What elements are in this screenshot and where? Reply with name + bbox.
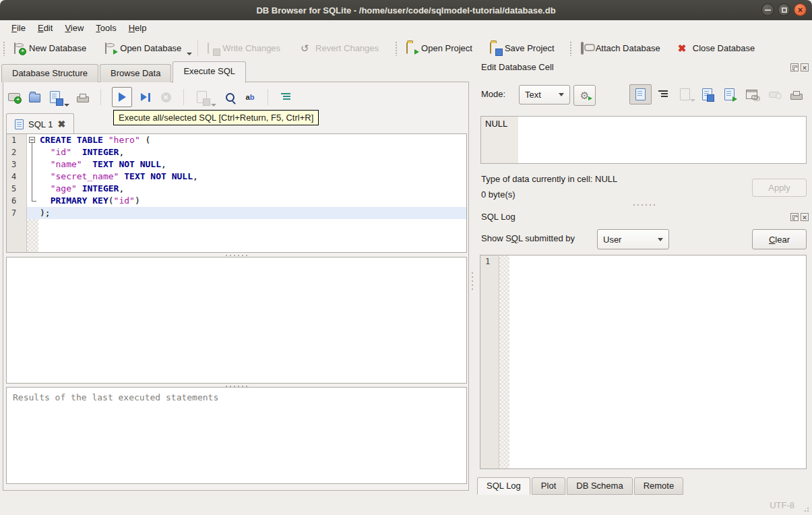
close-dock-icon[interactable]: ✕ bbox=[801, 63, 809, 71]
code-line-4: 4 "secret_name" TEXT NOT NULL, bbox=[7, 171, 466, 183]
autocomplete-button[interactable]: ab bbox=[243, 90, 257, 104]
clear-log-button[interactable]: Clear bbox=[752, 229, 807, 249]
save-project-button[interactable]: Save Project bbox=[485, 39, 560, 58]
attach-database-button[interactable]: Attach Database bbox=[575, 39, 666, 58]
revert-changes-button[interactable]: ↺ Revert Changes bbox=[295, 39, 384, 58]
sql-log-title: SQL Log bbox=[481, 212, 516, 222]
write-changes-icon bbox=[208, 43, 218, 54]
menu-help[interactable]: Help bbox=[123, 22, 153, 34]
open-database-dropdown-caret[interactable] bbox=[187, 53, 192, 55]
close-sql-tab-icon[interactable]: ✖ bbox=[57, 119, 65, 129]
sql-toolbar: + ✕ ab bbox=[7, 85, 464, 109]
sql-code-editor[interactable]: 1CREATE TABLE "hero" (2 "id" INTEGER,3 "… bbox=[6, 133, 467, 253]
tab-browse-data[interactable]: Browse Data bbox=[100, 64, 171, 82]
save-sql-file-button[interactable] bbox=[48, 90, 61, 104]
float-dock-icon[interactable] bbox=[790, 213, 799, 221]
menu-tools[interactable]: Tools bbox=[90, 22, 122, 34]
execute-all-button[interactable] bbox=[112, 87, 132, 107]
code-line-1: 1CREATE TABLE "hero" ( bbox=[7, 134, 466, 146]
cell-type-info: Type of data currently in cell: NULL bbox=[481, 174, 617, 184]
fold-margin[interactable] bbox=[27, 134, 38, 146]
results-grid-pane[interactable] bbox=[6, 257, 467, 384]
tab-execute-sql[interactable]: Execute SQL bbox=[173, 61, 246, 83]
save-results-button[interactable] bbox=[195, 90, 208, 104]
toolbar-drag-handle[interactable] bbox=[569, 41, 573, 56]
text-mode-button[interactable] bbox=[629, 84, 652, 104]
minimize-button[interactable] bbox=[761, 3, 774, 16]
menu-edit[interactable]: Edit bbox=[32, 22, 59, 34]
open-project-icon bbox=[406, 43, 417, 54]
stop-button[interactable]: ✕ bbox=[159, 90, 173, 104]
open-external-button[interactable] bbox=[741, 84, 763, 104]
maximize-icon bbox=[782, 7, 787, 13]
maximize-button[interactable] bbox=[778, 3, 790, 16]
execute-current-line-button[interactable] bbox=[139, 90, 152, 104]
execute-sql-panel: + ✕ ab SQL 1 ✖ Execute all/selected SQL … bbox=[3, 82, 469, 491]
sql-log-editor[interactable]: 1 bbox=[480, 255, 807, 469]
titlebar[interactable]: DB Browser for SQLite - /home/user/code/… bbox=[0, 0, 812, 20]
tab-remote[interactable]: Remote bbox=[634, 477, 684, 495]
new-sql-tab-button[interactable]: + bbox=[7, 90, 21, 104]
cell-value: NULL bbox=[485, 119, 507, 129]
open-sql-file-button[interactable] bbox=[28, 90, 41, 104]
panel-splitter[interactable] bbox=[471, 271, 474, 291]
tab-database-structure[interactable]: Database Structure bbox=[1, 64, 98, 82]
format-code-button[interactable] bbox=[279, 90, 292, 104]
tab-db-schema[interactable]: DB Schema bbox=[567, 477, 632, 495]
new-database-button[interactable]: + New Database bbox=[9, 39, 92, 58]
close-icon: × bbox=[798, 6, 803, 14]
fold-margin bbox=[27, 183, 38, 195]
results-message-pane[interactable]: Results of the last executed statements bbox=[6, 387, 467, 484]
execute-tooltip: Execute all/selected SQL [Ctrl+Return, F… bbox=[113, 110, 319, 125]
code-line-7: 7); bbox=[7, 207, 466, 219]
fold-margin bbox=[27, 158, 38, 171]
fold-margin bbox=[27, 146, 38, 158]
tab-sql-log[interactable]: SQL Log bbox=[477, 477, 530, 495]
print-cell-button[interactable] bbox=[785, 84, 807, 104]
print-button[interactable] bbox=[76, 90, 90, 104]
float-dock-icon[interactable] bbox=[790, 63, 799, 71]
main-toolbar: + New Database Open Database Write Chang… bbox=[0, 36, 812, 61]
menu-view[interactable]: View bbox=[59, 22, 90, 34]
sql-document-icon bbox=[15, 119, 24, 129]
window-title: DB Browser for SQLite - /home/user/code/… bbox=[256, 5, 555, 16]
close-database-button[interactable]: ✖ Close Database bbox=[673, 39, 761, 58]
mode-select[interactable]: Text bbox=[519, 85, 570, 104]
chevron-down-icon bbox=[559, 93, 564, 96]
set-null-button[interactable] bbox=[763, 84, 785, 104]
write-changes-button[interactable]: Write Changes bbox=[202, 39, 286, 58]
import-data-button[interactable] bbox=[674, 84, 696, 104]
right-dock-area: Edit Database Cell ✕ Mode: Text ⚙ NULL T… bbox=[476, 61, 812, 495]
fold-margin bbox=[27, 171, 38, 183]
close-button[interactable]: × bbox=[794, 3, 807, 16]
code-line-3: 3 "name" TEXT NOT NULL, bbox=[7, 158, 466, 171]
open-database-button[interactable]: Open Database bbox=[100, 39, 187, 58]
menubar: File Edit View Tools Help bbox=[0, 20, 812, 36]
log-text-area bbox=[509, 255, 806, 468]
log-fold-margin bbox=[499, 255, 509, 468]
close-dock-icon[interactable]: ✕ bbox=[801, 213, 809, 221]
toolbar-drag-handle[interactable] bbox=[3, 41, 6, 56]
sql-log-filter-select[interactable]: User bbox=[597, 229, 669, 249]
chevron-down-icon bbox=[658, 238, 663, 241]
find-button[interactable] bbox=[223, 90, 237, 104]
save-data-button[interactable] bbox=[696, 84, 718, 104]
export-data-button[interactable] bbox=[718, 84, 741, 104]
word-wrap-button[interactable] bbox=[652, 84, 674, 104]
open-project-button[interactable]: Open Project bbox=[401, 39, 478, 58]
auto-switch-mode-button[interactable]: ⚙ bbox=[573, 85, 596, 106]
sql-toolbar-separator bbox=[100, 89, 101, 105]
tab-plot[interactable]: Plot bbox=[532, 477, 565, 495]
minimize-icon bbox=[765, 9, 771, 11]
resize-grip[interactable] bbox=[801, 504, 810, 513]
sql-document-tab[interactable]: SQL 1 ✖ bbox=[6, 113, 74, 134]
gear-icon: ⚙ bbox=[580, 90, 589, 100]
editor-empty-area bbox=[7, 219, 466, 253]
dock-splitter[interactable] bbox=[480, 203, 807, 206]
save-sql-dropdown-caret[interactable] bbox=[64, 104, 69, 107]
apply-button[interactable]: Apply bbox=[752, 179, 807, 197]
menu-file[interactable]: File bbox=[5, 22, 32, 34]
toolbar-drag-handle[interactable] bbox=[395, 41, 398, 56]
save-results-dropdown-caret[interactable] bbox=[211, 104, 216, 107]
cell-value-editor[interactable]: NULL bbox=[480, 116, 807, 164]
